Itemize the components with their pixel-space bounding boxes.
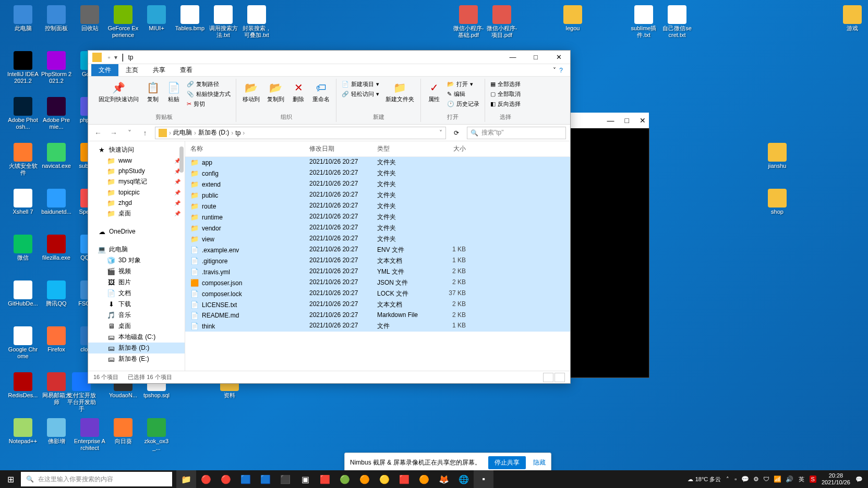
newitem-button[interactable]: 📄新建项目 ▾ — [341, 80, 380, 89]
tab-file[interactable]: 文件 — [91, 64, 118, 76]
desktop-icon[interactable]: legou — [557, 5, 588, 32]
desktop-icon[interactable]: 佛影增 — [41, 418, 72, 445]
file-row[interactable]: 📁app2021/10/26 20:27文件夹 — [185, 157, 570, 168]
pasteshortcut-button[interactable]: 📎粘贴快捷方式 — [186, 90, 232, 99]
tb-app-icon[interactable]: 🔴 — [196, 470, 216, 488]
file-row[interactable]: 📁route2021/10/26 20:27文件夹 — [185, 201, 570, 212]
open-button[interactable]: 📂打开 ▾ — [446, 80, 480, 89]
tree-node[interactable]: 🎵音乐 — [88, 310, 185, 321]
taskbar-search[interactable]: 🔍 在这里输入你要搜索的内容 — [21, 472, 172, 486]
tray-icon[interactable]: ⚙ — [753, 475, 759, 483]
copy-button[interactable]: 📋复制 — [144, 80, 162, 104]
tb-app-icon[interactable]: 🔴 — [216, 470, 236, 488]
file-row[interactable]: 📄.gitignore2021/10/26 20:27文本文档1 KB — [185, 255, 570, 266]
col-size[interactable]: 大小 — [435, 143, 471, 154]
file-row[interactable]: 📁vendor2021/10/26 20:27文件夹 — [185, 223, 570, 234]
desktop-icon[interactable]: GeForce Experience — [107, 5, 139, 39]
breadcrumb[interactable]: › 此电脑› 新加卷 (D:)› tp› ˅ — [155, 127, 446, 139]
desktop-icon[interactable]: IntelliJ IDEA 2021.2 — [7, 51, 39, 84]
tb-explorer-icon[interactable]: 📁 — [176, 470, 196, 488]
tab-view[interactable]: 查看 — [173, 64, 200, 76]
desktop-icon[interactable]: navicat.exe — [41, 143, 72, 169]
tray-icon[interactable]: 💬 — [741, 475, 749, 483]
tab-home[interactable]: 主页 — [118, 64, 146, 76]
explorer-titlebar[interactable]: ▫ ▾ | tp — □ ✕ — [88, 51, 570, 64]
desktop-icon[interactable]: 调用搜索方法.txt — [208, 5, 239, 39]
desktop-icon[interactable]: Adobe Premie... — [41, 97, 72, 130]
tb-chrome-icon[interactable]: 🌐 — [454, 470, 474, 488]
newfolder-button[interactable]: 📁新建文件夹 — [383, 80, 416, 104]
selectnone-button[interactable]: ▢全部取消 — [489, 90, 522, 99]
col-date[interactable]: 修改日期 — [304, 143, 372, 154]
properties-button[interactable]: ✓属性 — [425, 80, 443, 104]
tb-app-icon[interactable]: 🟡 — [375, 470, 394, 488]
easyaccess-button[interactable]: 🔗轻松访问 ▾ — [341, 90, 380, 99]
tb-app-icon[interactable]: 🟢 — [335, 470, 355, 488]
desktop-icon[interactable]: 微信小程序-基础.pdf — [453, 5, 484, 39]
tree-node[interactable]: 🖴本地磁盘 (C:) — [88, 332, 185, 343]
desktop-icon[interactable]: 游戏 — [837, 5, 868, 32]
stop-share-button[interactable]: 停止共享 — [488, 456, 526, 469]
start-button[interactable]: ⊞ — [0, 470, 21, 488]
edit-button[interactable]: ✎编辑 — [446, 90, 480, 99]
explorer-list[interactable]: 名称 修改日期 类型 大小 📁app2021/10/26 20:27文件夹📁co… — [185, 141, 570, 371]
desktop-icon[interactable]: baidunetd... — [41, 189, 72, 215]
desktop-icon[interactable]: 微信小程序-项目.pdf — [486, 5, 517, 39]
tab-share[interactable]: 共享 — [146, 64, 173, 76]
file-row[interactable]: 📁view2021/10/26 20:27文件夹 — [185, 234, 570, 245]
desktop-icon[interactable]: 向日葵 — [107, 418, 139, 445]
tree-node[interactable]: 📁www📌 — [88, 155, 185, 166]
desktop-icon[interactable]: PhpStorm 2021.2 — [41, 51, 72, 84]
file-row[interactable]: 📄.example.env2021/10/26 20:27ENV 文件1 KB — [185, 245, 570, 255]
tray-volume-icon[interactable]: 🔊 — [786, 475, 793, 483]
file-row[interactable]: 📄LICENSE.txt2021/10/26 20:27文本文档2 KB — [185, 299, 570, 310]
file-row[interactable]: 📁config2021/10/26 20:27文件夹 — [185, 168, 570, 179]
tray-icon[interactable]: S — [810, 475, 816, 483]
desktop-icon[interactable]: 封装搜索，可叠加.txt — [241, 5, 272, 39]
tree-node[interactable]: ☁OneDrive — [88, 226, 185, 237]
tree-node[interactable]: 📁topicpic📌 — [88, 187, 185, 198]
paste-button[interactable]: 📄粘贴 — [165, 80, 183, 104]
ime-indicator[interactable]: 英 — [799, 475, 804, 483]
desktop-icon[interactable]: shop — [762, 189, 793, 215]
tree-node[interactable]: 💻此电脑 — [88, 244, 185, 255]
desktop-icon[interactable]: 回收站 — [74, 5, 105, 32]
history-button[interactable]: 🕐历史记录 — [446, 100, 480, 108]
tree-node[interactable]: 🖴新加卷 (E:) — [88, 353, 185, 364]
tree-node[interactable]: 🖴新加卷 (D:) — [88, 343, 185, 353]
desktop-icon[interactable]: 腾讯QQ — [41, 280, 72, 307]
desktop-icon[interactable]: RedisDes... — [7, 372, 39, 399]
file-row[interactable]: 📁extend2021/10/26 20:27文件夹 — [185, 179, 570, 190]
breadcrumb-dropdown-icon[interactable]: ˅ — [439, 129, 442, 137]
tree-node[interactable]: 🖥桌面 — [88, 321, 185, 332]
delete-button[interactable]: ✕删除 — [290, 80, 307, 104]
minimize-button[interactable]: — — [501, 51, 524, 64]
file-row[interactable]: 🟧composer.json2021/10/26 20:27JSON 文件2 K… — [185, 277, 570, 288]
desktop-icon[interactable]: GitHubDe... — [7, 280, 39, 307]
weather-widget[interactable]: ☁ 18°C 多云 — [688, 475, 721, 483]
desktop-icon[interactable]: Google Chrome — [7, 326, 39, 360]
tb-filezilla-icon[interactable]: 🟥 — [394, 470, 414, 488]
refresh-button[interactable]: ⟳ — [450, 129, 463, 137]
tree-node[interactable]: 📁zhgd📌 — [88, 198, 185, 208]
tb-app-icon[interactable]: 🟦 — [256, 470, 275, 488]
copyto-button[interactable]: 📂复制到 — [265, 80, 286, 104]
close-icon[interactable]: ✕ — [640, 116, 646, 125]
maximize-button[interactable]: □ — [524, 51, 547, 64]
scrollbar-thumb[interactable] — [179, 147, 184, 173]
tb-app-icon[interactable]: 🟥 — [315, 470, 335, 488]
tree-node[interactable]: 📄文档 — [88, 288, 185, 299]
tb-firefox-icon[interactable]: 🦊 — [434, 470, 454, 488]
close-button[interactable]: ✕ — [547, 51, 570, 64]
tb-app-icon[interactable]: 🟦 — [236, 470, 256, 488]
tb-app-icon[interactable]: 🟠 — [414, 470, 434, 488]
tray-network-icon[interactable]: 📶 — [774, 475, 781, 483]
desktop-icon[interactable]: 自己微信secret.txt — [661, 5, 693, 39]
tb-app-icon[interactable]: 🟠 — [355, 470, 375, 488]
tree-node[interactable]: ⬇下载 — [88, 299, 185, 310]
desktop-icon[interactable]: Xshell 7 — [7, 189, 39, 215]
rename-button[interactable]: 🏷重命名 — [310, 80, 332, 104]
copypath-button[interactable]: 🔗复制路径 — [186, 80, 232, 89]
nav-dropdown-icon[interactable]: ˅ — [124, 127, 135, 139]
col-type[interactable]: 类型 — [372, 143, 435, 154]
